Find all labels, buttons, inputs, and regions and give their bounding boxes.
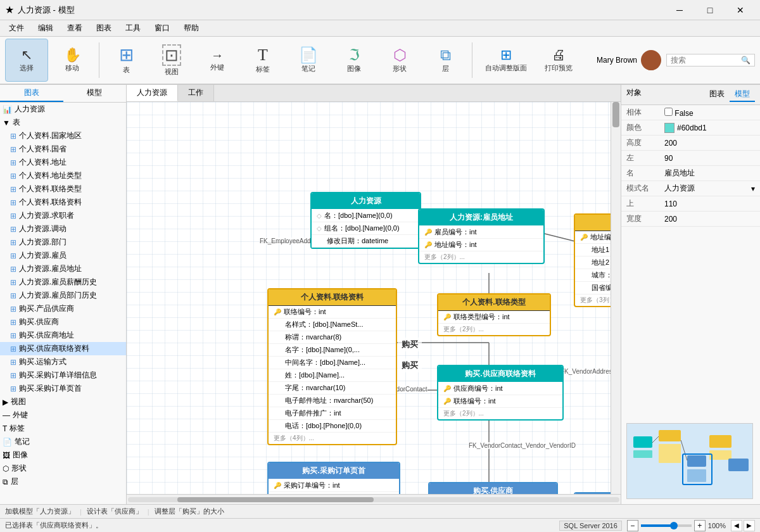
- tree-shape-group[interactable]: ⬡形状: [0, 462, 126, 475]
- tree-item[interactable]: ⊞人力资源.雇员部门历史: [0, 289, 126, 302]
- tree-item[interactable]: ⊞个人资料.联络类型: [0, 182, 126, 196]
- entity-purchase-header[interactable]: 购买.采购订单页首 🔑采购订单编号：int 修订编号：tinyint 状态：ti…: [267, 462, 400, 494]
- vertical-scrollbar[interactable]: [611, 102, 621, 494]
- menu-tools[interactable]: 工具: [119, 22, 147, 35]
- tab-diagram[interactable]: 图表: [0, 85, 63, 102]
- tree-item[interactable]: ⊞人力资源.雇员地址: [0, 262, 126, 276]
- tree-item[interactable]: ⊞购买.运输方式: [0, 355, 126, 369]
- tree-label-group[interactable]: T标签: [0, 422, 126, 435]
- tool-layer[interactable]: ⧉ 层: [424, 39, 467, 82]
- tool-view-label: 视图: [165, 67, 179, 77]
- entity-contact-type[interactable]: 个人资料.联络类型 🔑联络类型编号：int 更多（2列）...: [437, 293, 551, 336]
- entity-personal-contact[interactable]: 个人资料.联络资料 🔑联络编号：int 名样式：[dbo].[NameSt...…: [267, 288, 397, 445]
- entity-humanresource[interactable]: 人力资源 ◇ 名：[dbo].[Name](0,0) ◇ 组名：[dbo].[N…: [310, 192, 421, 249]
- color-swatch[interactable]: [664, 123, 674, 133]
- zoom-thumb[interactable]: [670, 522, 678, 529]
- tool-table[interactable]: ⊞ 表: [104, 39, 148, 82]
- entity-employee-address[interactable]: 人力资源:雇员地址 🔑 雇员编号：int 🔑 地址编号：int 更多（2列）..…: [418, 208, 545, 264]
- tool-label[interactable]: T 标签: [241, 39, 284, 82]
- tool-select[interactable]: ↖ 选择: [5, 39, 48, 82]
- tree-item[interactable]: ⊞人力资源.雇员: [0, 249, 126, 262]
- tab-model[interactable]: 模型: [63, 85, 127, 102]
- menu-view[interactable]: 查看: [61, 22, 89, 35]
- prop-label-top: 上: [626, 198, 664, 209]
- tree-image-group[interactable]: 🖼图像: [0, 448, 126, 462]
- tool-print-preview[interactable]: 🖨 打印预览: [537, 39, 580, 82]
- search-input[interactable]: [671, 56, 741, 65]
- auto-layout-icon: ⊞: [500, 48, 512, 62]
- tree-table-group[interactable]: ▼ 表: [0, 116, 126, 129]
- tree-item[interactable]: ⊞购买.产品供应商: [0, 302, 126, 315]
- zoom-slider[interactable]: [641, 524, 692, 527]
- italic-checkbox[interactable]: [664, 108, 673, 116]
- tool-move[interactable]: ✋ 移动: [51, 39, 94, 82]
- tree-item[interactable]: ⊞人力资源.调动: [0, 222, 126, 236]
- page-prev-button[interactable]: ◀: [731, 520, 742, 531]
- menu-diagram[interactable]: 图表: [90, 22, 118, 35]
- tool-shape[interactable]: ⬡ 形状: [378, 39, 421, 82]
- canvas-tab-hr[interactable]: 人力资源: [127, 85, 178, 101]
- mini-preview[interactable]: [626, 423, 753, 499]
- zoom-out-button[interactable]: −: [627, 520, 638, 531]
- tree-fk-group[interactable]: —外键: [0, 408, 126, 422]
- tool-view[interactable]: ⊡ 视图: [150, 39, 193, 82]
- tool-auto-layout[interactable]: ⊞ 自动调整版面: [478, 39, 535, 82]
- menu-window[interactable]: 窗口: [148, 22, 176, 35]
- prop-input-height[interactable]: [664, 139, 755, 148]
- right-tab-diagram[interactable]: 图表: [704, 87, 730, 102]
- prop-input-left[interactable]: [664, 154, 755, 163]
- tool-fk-label: 外键: [210, 63, 224, 72]
- db-version: SQL Server 2016: [559, 521, 622, 531]
- canvas[interactable]: FK_EmployeeAddress_Employee_EmployeeID F…: [127, 102, 621, 494]
- zoom-in-button[interactable]: +: [694, 520, 706, 531]
- tool-foreign-key[interactable]: → 外键: [196, 39, 239, 82]
- diamond-icon: ◇: [317, 212, 322, 219]
- tree-item[interactable]: ⊞个人资料.联络资料: [0, 196, 126, 209]
- zoom-control: − + 100%: [627, 520, 726, 531]
- entity-header-ph: 购买.采购订单页首: [269, 463, 399, 479]
- svg-line-3: [545, 234, 575, 241]
- search-box[interactable]: 🔍: [666, 54, 755, 66]
- tree-item[interactable]: ⊞人力资源.部门: [0, 236, 126, 249]
- tree-item[interactable]: ⊞购买.供应商地址: [0, 329, 126, 342]
- tree-layer-group[interactable]: ⧉层: [0, 475, 126, 488]
- entity-vendor[interactable]: 购买.供应商 🔑供应商编号：int ◇账号：[dbo].[AccountNumb…: [428, 482, 558, 494]
- tree-item[interactable]: ⊞个人资料.国家地区: [0, 129, 126, 142]
- tree-item[interactable]: ⊞人力资源.雇员薪酬历史: [0, 276, 126, 289]
- prop-input-width[interactable]: [664, 215, 755, 224]
- right-tab-model[interactable]: 模型: [730, 87, 755, 102]
- tree-item[interactable]: ⊞购买.采购订单详细信息: [0, 369, 126, 382]
- menu-help[interactable]: 帮助: [177, 22, 205, 35]
- horizontal-scrollbar[interactable]: [127, 494, 621, 504]
- tree-view-group[interactable]: ▶视图: [0, 395, 126, 408]
- prop-input-name[interactable]: [664, 169, 755, 178]
- page-next-button[interactable]: ▶: [744, 520, 755, 531]
- tree-item[interactable]: ⊞个人资料.地址类型: [0, 169, 126, 182]
- tree-humanresource[interactable]: 📊 人力资源: [0, 103, 126, 116]
- tree-note-group[interactable]: 📄笔记: [0, 435, 126, 448]
- zoom-fill: [641, 524, 671, 527]
- entity-vendor-contact[interactable]: 购买.供应商联络资料 🔑供应商编号：int 🔑联络编号：int 更多（2列）..…: [437, 365, 564, 421]
- minimize-button[interactable]: ─: [665, 0, 694, 20]
- table-icon-s: ⊞: [10, 238, 16, 247]
- prop-row-width: 宽度: [621, 212, 760, 227]
- prop-value-color[interactable]: #60dbd1: [664, 123, 755, 133]
- prop-label-schema: 模式名: [626, 183, 664, 194]
- tree-item[interactable]: ⊞个人资料.地址: [0, 156, 126, 169]
- shape-icon-tree: ⬡: [3, 464, 9, 473]
- prop-select-schema[interactable]: 人力资源 ▾: [664, 183, 755, 194]
- canvas-tab-work[interactable]: 工作: [178, 85, 214, 101]
- tree-item[interactable]: ⊞人力资源.求职者: [0, 209, 126, 222]
- maximize-button[interactable]: □: [695, 0, 725, 20]
- close-button[interactable]: ✕: [726, 0, 755, 20]
- tool-image[interactable]: ℑ 图像: [332, 39, 376, 82]
- tree-item[interactable]: ⊞购买.供应商: [0, 315, 126, 329]
- tree-item[interactable]: ⊞购买.采购订单页首: [0, 382, 126, 395]
- collapse-icon: ▶: [3, 398, 8, 407]
- tree-item[interactable]: ⊞个人资料.国省: [0, 142, 126, 156]
- tree-item-vendor-contact[interactable]: ⊞购买.供应商联络资料: [0, 342, 126, 355]
- menu-file[interactable]: 文件: [3, 22, 30, 35]
- menu-edit[interactable]: 编辑: [32, 22, 60, 35]
- prop-input-top[interactable]: [664, 200, 755, 208]
- tool-note[interactable]: 📄 笔记: [287, 39, 330, 82]
